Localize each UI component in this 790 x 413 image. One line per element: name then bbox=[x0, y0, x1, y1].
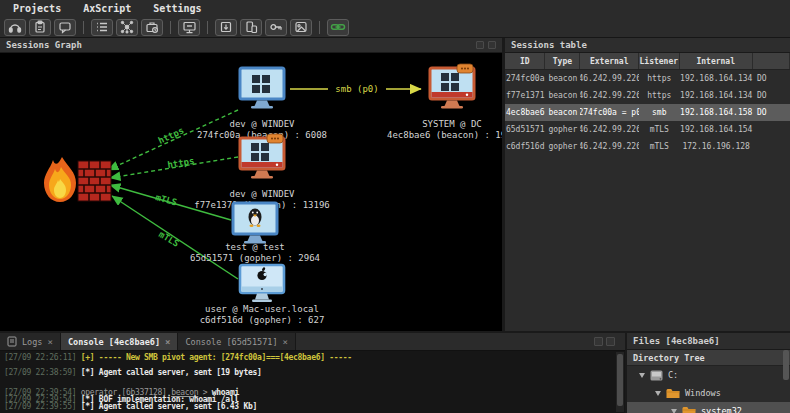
cell-type: beacon bbox=[545, 70, 580, 87]
sessions-graph-header: Sessions Graph bbox=[0, 38, 502, 53]
session-node-65d51571[interactable]: test @ test 65d51571 (gopher) : 2964 bbox=[190, 203, 320, 263]
column-header-domain[interactable] bbox=[753, 53, 790, 69]
cell-internal: 192.168.164.158 bbox=[679, 104, 752, 121]
targets-button[interactable] bbox=[178, 19, 200, 36]
menu-projects[interactable]: Projects bbox=[13, 3, 61, 14]
files-panel-title: Files [4ec8bae6] bbox=[633, 336, 720, 346]
tab-console-4ec8bae6[interactable]: Console [4ec8bae6] × bbox=[61, 333, 179, 350]
cell-domain: DO bbox=[753, 104, 790, 121]
caret-down-icon[interactable] bbox=[639, 373, 645, 378]
folder-icon bbox=[682, 406, 696, 413]
sessions-graph-canvas[interactable]: smb (p0) https https mTLS mTLS bbox=[0, 53, 502, 331]
listeners-button[interactable] bbox=[4, 19, 26, 36]
cell-external: 46.242.99.226 bbox=[580, 87, 639, 104]
edge-label-mtls-1: mTLS bbox=[154, 192, 178, 207]
log-message: [*] Agent called server, sent [6.43 Kb] bbox=[81, 402, 257, 411]
log-message: [*] Agent called server, sent [19 bytes] bbox=[81, 368, 262, 377]
close-tab-icon[interactable]: × bbox=[283, 337, 288, 347]
column-header-type[interactable]: Type bbox=[545, 53, 580, 69]
cell-id: 65d51571 bbox=[505, 121, 545, 138]
link-icon bbox=[330, 20, 346, 34]
table-row[interactable]: 65d51571 gopher 46.242.99.226 mTLS 192.1… bbox=[505, 121, 790, 138]
toolbar-separator bbox=[207, 21, 208, 34]
jobs-button[interactable] bbox=[141, 19, 163, 36]
scrollbar-thumb[interactable] bbox=[617, 354, 623, 406]
session-node-c6df516d[interactable]: user @ Mac-user.local c6df516d (gopher) … bbox=[200, 265, 325, 325]
toolbar-separator bbox=[83, 21, 84, 34]
tree-scrollbar-thumb[interactable] bbox=[783, 350, 789, 380]
screens-button[interactable] bbox=[240, 19, 262, 36]
tab-logs[interactable]: Logs × bbox=[0, 333, 61, 350]
node-label: test @ test bbox=[225, 242, 285, 252]
log-timestamp: [27/09 22:39:55] bbox=[4, 402, 76, 411]
console-scrollbar[interactable] bbox=[616, 352, 624, 412]
cell-id: 274fc00a bbox=[505, 70, 545, 87]
tab-label: Console [65d51571] bbox=[185, 337, 277, 347]
menu-bar: Projects AxScript Settings bbox=[0, 0, 790, 17]
tab-list-button[interactable] bbox=[594, 337, 603, 346]
table-row[interactable]: 274fc00a beacon 46.242.99.226 https 192.… bbox=[505, 70, 790, 87]
tab-console-65d51571[interactable]: Console [65d51571] × bbox=[178, 333, 296, 350]
column-header-internal[interactable]: Internal bbox=[680, 53, 753, 69]
close-tab-icon[interactable]: × bbox=[47, 337, 52, 347]
credentials-button[interactable] bbox=[265, 19, 287, 36]
close-tab-icon[interactable]: × bbox=[165, 337, 170, 347]
briefcase-clock-icon bbox=[145, 20, 159, 34]
column-header-id[interactable]: ID bbox=[505, 53, 545, 69]
caret-down-icon[interactable] bbox=[655, 391, 661, 396]
tab-label: Logs bbox=[22, 337, 42, 347]
undock-panel-button[interactable] bbox=[476, 41, 484, 49]
sessions-table-header: Sessions table bbox=[505, 38, 790, 53]
menu-settings[interactable]: Settings bbox=[153, 3, 201, 14]
close-panel-button[interactable] bbox=[488, 41, 496, 49]
table-row[interactable]: c6df516d gopher 46.242.99.226 mTLS 172.1… bbox=[505, 138, 790, 155]
chat-button[interactable] bbox=[54, 19, 76, 36]
session-node-274fc00a[interactable]: dev @ WINDEV 274fc00a (beacon) : 6008 bbox=[197, 68, 327, 140]
directory-tree-header[interactable]: Directory Tree bbox=[627, 350, 790, 366]
session-node-f77e1371[interactable]: dev @ WINDEV f77e1371 (beacon) : 13196 bbox=[194, 134, 329, 210]
sessions-table-panel: Sessions table ID Type External Listener… bbox=[505, 38, 790, 331]
console-output[interactable]: [27/09 22:26:11] [+] ----- New SMB pivot… bbox=[0, 351, 615, 413]
node-label: SYSTEM @ DC bbox=[422, 119, 482, 129]
caret-down-icon[interactable] bbox=[671, 409, 677, 413]
cell-internal: 192.168.164.154 bbox=[679, 121, 752, 138]
toolbar-separator bbox=[319, 21, 320, 34]
downloads-button[interactable] bbox=[215, 19, 237, 36]
column-header-external[interactable]: External bbox=[580, 53, 639, 69]
sessions-graph-button[interactable] bbox=[116, 19, 138, 36]
sessions-list-button[interactable] bbox=[91, 19, 113, 36]
cell-type: beacon bbox=[545, 104, 580, 121]
connection-status-button[interactable] bbox=[327, 19, 349, 36]
log-timestamp: [27/09 22:26:11] bbox=[4, 353, 76, 362]
cell-listener: smb bbox=[639, 104, 679, 121]
files-panel-header: Files [4ec8bae6] bbox=[627, 333, 790, 350]
cell-external: 46.242.99.226 bbox=[580, 70, 639, 87]
cell-listener: https bbox=[639, 70, 679, 87]
download-box-icon bbox=[219, 20, 233, 34]
screenshots-button[interactable] bbox=[290, 19, 312, 36]
cell-id: 4ec8bae6 bbox=[505, 104, 545, 121]
log-message: [+] ----- New SMB pivot agent: [274fc00a… bbox=[81, 353, 352, 362]
tree-item-windows[interactable]: Windows bbox=[627, 384, 790, 402]
table-row[interactable]: f77e1371 beacon 46.242.99.226 https 192.… bbox=[505, 87, 790, 104]
tree-item-system32[interactable]: system32 bbox=[627, 402, 790, 413]
list-icon bbox=[95, 20, 109, 34]
logs-icon bbox=[7, 336, 17, 347]
session-node-4ec8bae6[interactable]: SYSTEM @ DC 4ec8bae6 (beacon) : 1904 bbox=[387, 64, 502, 140]
cell-listener: mTLS bbox=[639, 138, 679, 155]
toolbar-separator bbox=[170, 21, 171, 34]
firewall-node[interactable] bbox=[44, 157, 111, 202]
log-timestamp: [27/09 22:38:59] bbox=[4, 368, 76, 377]
chat-icon bbox=[58, 20, 72, 34]
tasks-button[interactable] bbox=[29, 19, 51, 36]
cell-internal: 192.168.164.134 bbox=[679, 87, 752, 104]
tab-menu-button[interactable] bbox=[606, 337, 615, 346]
node-label: user @ Mac-user.local bbox=[205, 304, 319, 314]
menu-axscript[interactable]: AxScript bbox=[83, 3, 131, 14]
tree-item-drive-c[interactable]: C: bbox=[627, 366, 790, 384]
cell-domain: DO bbox=[753, 87, 790, 104]
sessions-graph-title: Sessions Graph bbox=[6, 40, 82, 50]
column-header-listener[interactable]: Listener bbox=[639, 53, 679, 69]
table-row-selected[interactable]: 4ec8bae6 beacon 274fc00a = p0 smb 192.16… bbox=[505, 104, 790, 121]
cell-internal: 192.168.164.134 bbox=[679, 70, 752, 87]
